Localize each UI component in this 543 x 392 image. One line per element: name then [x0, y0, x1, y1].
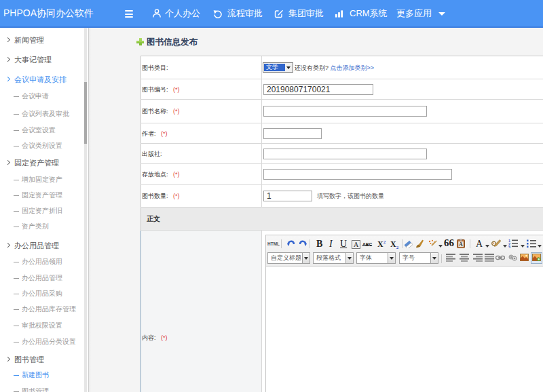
svg-text:A: A — [459, 241, 463, 248]
svg-text:3: 3 — [508, 246, 510, 249]
